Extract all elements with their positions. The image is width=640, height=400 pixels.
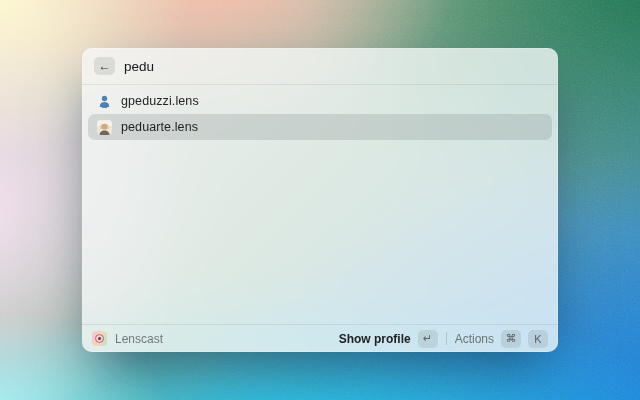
return-key-badge: ↵ (418, 330, 438, 348)
launcher-window: ← gpeduzzi.lens (82, 48, 558, 352)
results-list: gpeduzzi.lens peduarte.lens (82, 85, 558, 324)
actions-label: Actions (455, 332, 494, 346)
search-input[interactable] (124, 59, 546, 74)
result-label: gpeduzzi.lens (121, 94, 199, 108)
result-row-peduarte[interactable]: peduarte.lens (88, 114, 552, 140)
lens-ring (95, 334, 104, 343)
lens-dot (98, 337, 101, 340)
profile-photo-icon (97, 120, 112, 135)
lenscast-logo-icon (92, 331, 107, 346)
command-key-badge: ⌘ (501, 330, 521, 348)
person-icon (97, 94, 112, 109)
result-label: peduarte.lens (121, 120, 198, 134)
back-button[interactable]: ← (94, 57, 115, 75)
back-arrow-icon: ← (99, 58, 111, 75)
footer-bar: Lenscast Show profile ↵ Actions ⌘ K (82, 324, 558, 352)
footer-divider (446, 332, 447, 345)
app-name-label: Lenscast (115, 332, 163, 346)
k-key-badge: K (528, 330, 548, 348)
show-profile-button[interactable]: Show profile ↵ (339, 330, 438, 348)
result-row-gpeduzzi[interactable]: gpeduzzi.lens (88, 88, 552, 114)
actions-menu-button[interactable]: Actions ⌘ K (455, 330, 548, 348)
show-profile-label: Show profile (339, 332, 411, 346)
search-bar: ← (82, 48, 558, 85)
footer-actions: Show profile ↵ Actions ⌘ K (339, 330, 548, 348)
footer-app-info: Lenscast (92, 331, 163, 346)
